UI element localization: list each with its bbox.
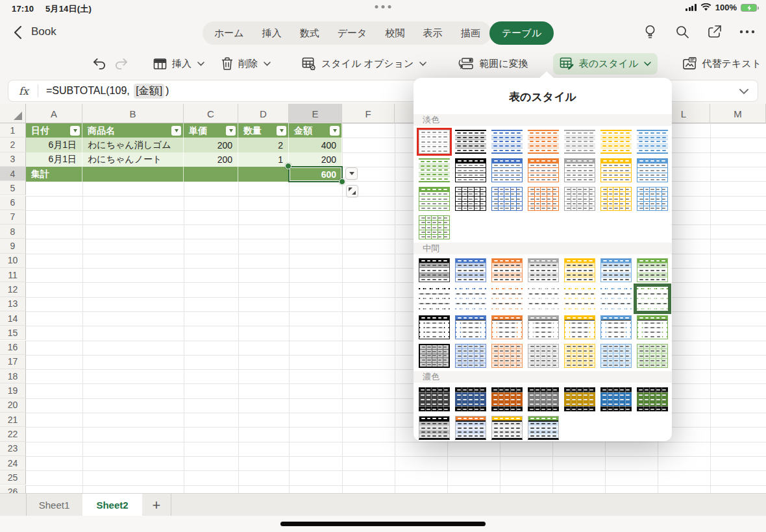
style-thumbnail-中間-3-4[interactable] (528, 315, 559, 339)
table-cell-r3c3[interactable]: 200 (184, 152, 238, 167)
style-thumbnail-中間-2-2[interactable] (455, 287, 486, 311)
table-cell-r3c5[interactable]: 200 (289, 152, 342, 167)
row-header-23[interactable]: 23 (0, 442, 26, 456)
style-thumbnail-淡色-2-4[interactable] (528, 158, 559, 182)
style-thumbnail-淡色-2-1[interactable] (419, 158, 450, 182)
row-header-14[interactable]: 14 (0, 311, 26, 326)
style-thumbnail-濃色-2-1[interactable] (419, 416, 450, 440)
row-header-18[interactable]: 18 (0, 369, 26, 383)
filter-button[interactable] (226, 126, 236, 136)
filter-button[interactable] (171, 126, 181, 136)
style-thumbnail-中間-3-1[interactable] (419, 315, 450, 339)
ribbon-tab-3[interactable]: 数式 (291, 21, 328, 45)
alt-text-button[interactable]: 代替テキスト (676, 53, 766, 75)
style-thumbnail-淡色-1-6[interactable] (600, 130, 632, 154)
style-thumbnail-中間-2-4[interactable] (528, 287, 559, 311)
lightbulb-icon[interactable] (641, 23, 658, 40)
formula-text[interactable]: =SUBTOTAL(109, [金額]) (38, 84, 169, 99)
table-cell-r2c3[interactable]: 200 (184, 138, 238, 152)
multitask-dots-icon[interactable] (375, 5, 391, 8)
style-thumbnail-中間-1-6[interactable] (600, 258, 632, 282)
row-header-8[interactable]: 8 (0, 224, 26, 239)
redo-button[interactable] (114, 53, 129, 74)
table-cell-total-2[interactable] (82, 167, 184, 182)
total-row-dropdown-button[interactable] (345, 167, 358, 180)
row-header-19[interactable]: 19 (0, 383, 26, 398)
style-thumbnail-中間-1-5[interactable] (564, 258, 595, 282)
style-thumbnail-濃色-1-1[interactable] (419, 387, 450, 411)
row-header-24[interactable]: 24 (0, 456, 26, 470)
ribbon-tab-1[interactable]: ホーム (205, 21, 253, 45)
row-header-25[interactable]: 25 (0, 470, 26, 485)
style-thumbnail-濃色-1-3[interactable] (491, 387, 523, 411)
row-header-20[interactable]: 20 (0, 398, 26, 413)
convert-to-range-button[interactable]: 範囲に変換 (451, 53, 534, 75)
row-header-3[interactable]: 3 (0, 152, 26, 167)
style-thumbnail-淡色-2-3[interactable] (491, 158, 523, 182)
ribbon-tab-7[interactable]: 描画 (451, 21, 489, 45)
insert-button[interactable]: 挿入 (147, 54, 211, 74)
style-thumbnail-中間-1-7[interactable] (637, 258, 668, 282)
style-thumbnail-淡色-3-6[interactable] (600, 187, 632, 211)
selection-handle-topleft[interactable] (285, 163, 291, 169)
ribbon-tab-6[interactable]: 表示 (414, 21, 451, 45)
column-header-E[interactable]: E (289, 104, 342, 123)
sheet-tab-sheet1[interactable]: Sheet1 (26, 494, 82, 516)
sheet-tab-sheet2[interactable]: Sheet2 (82, 494, 142, 516)
style-thumbnail-中間-2-5[interactable] (564, 287, 595, 311)
back-button[interactable] (12, 25, 27, 40)
table-cell-total-1[interactable]: 集計 (26, 167, 82, 182)
select-all-corner[interactable] (0, 104, 26, 123)
style-thumbnail-中間-4-4[interactable] (528, 344, 559, 368)
row-header-1[interactable]: 1 (0, 123, 26, 138)
row-header-13[interactable]: 13 (0, 297, 26, 311)
style-thumbnail-淡色-1-4[interactable] (528, 130, 559, 154)
style-thumbnail-淡色-1-5[interactable] (564, 130, 595, 154)
style-thumbnail-濃色-1-2[interactable] (455, 387, 486, 411)
style-thumbnail-中間-4-2[interactable] (455, 344, 486, 368)
style-thumbnail-淡色-2-6[interactable] (600, 158, 632, 182)
row-header-9[interactable]: 9 (0, 239, 26, 253)
row-header-16[interactable]: 16 (0, 341, 26, 355)
undo-button[interactable] (92, 53, 107, 74)
style-thumbnail-中間-3-2[interactable] (455, 315, 486, 339)
column-header-B[interactable]: B (82, 104, 184, 123)
row-header-17[interactable]: 17 (0, 355, 26, 369)
table-cell-r3c1[interactable]: 6月1日 (26, 152, 82, 167)
style-thumbnail-中間-1-3[interactable] (491, 258, 523, 282)
style-thumbnail-濃色-1-5[interactable] (564, 387, 595, 411)
style-thumbnail-淡色-3-3[interactable] (491, 187, 523, 211)
table-cell-total-4[interactable] (238, 167, 289, 182)
column-header-C[interactable]: C (184, 104, 238, 123)
style-thumbnail-淡色-3-1[interactable] (419, 187, 450, 211)
table-styles-button[interactable]: 表のスタイル (553, 53, 658, 75)
home-indicator[interactable] (280, 522, 486, 526)
style-thumbnail-濃色-2-2[interactable] (455, 416, 486, 440)
style-thumbnail-淡色-3-4[interactable] (528, 187, 559, 211)
style-thumbnail-中間-1-2[interactable] (455, 258, 486, 282)
ribbon-tab-2[interactable]: 挿入 (253, 21, 291, 45)
style-thumbnail-中間-4-5[interactable] (564, 344, 595, 368)
row-header-22[interactable]: 22 (0, 427, 26, 441)
row-header-11[interactable]: 11 (0, 268, 26, 282)
selection-handle-bottomright[interactable] (339, 178, 345, 185)
table-cell-total-5[interactable]: 600 (289, 167, 342, 182)
table-cell-header-1[interactable]: 日付 (26, 123, 82, 138)
style-thumbnail-濃色-2-4[interactable] (528, 416, 559, 440)
style-thumbnail-中間-3-7[interactable] (637, 315, 668, 339)
style-thumbnail-濃色-1-7[interactable] (637, 387, 668, 411)
row-header-15[interactable]: 15 (0, 326, 26, 340)
row-header-4[interactable]: 4 (0, 167, 26, 181)
style-thumbnail-淡色-1-3[interactable] (491, 130, 523, 154)
column-header-F[interactable]: F (342, 104, 395, 123)
filter-button[interactable] (277, 126, 286, 136)
filter-button[interactable] (70, 126, 80, 136)
style-thumbnail-中間-1-1[interactable] (419, 258, 450, 282)
row-header-5[interactable]: 5 (0, 181, 26, 195)
column-header-D[interactable]: D (238, 104, 289, 123)
style-thumbnail-淡色-3-5[interactable] (564, 187, 595, 211)
style-thumbnail-中間-4-6[interactable] (600, 344, 632, 368)
style-thumbnail-淡色-2-5[interactable] (564, 158, 595, 182)
style-thumbnail-濃色-2-3[interactable] (491, 416, 523, 440)
style-thumbnail-中間-3-6[interactable] (600, 315, 632, 339)
